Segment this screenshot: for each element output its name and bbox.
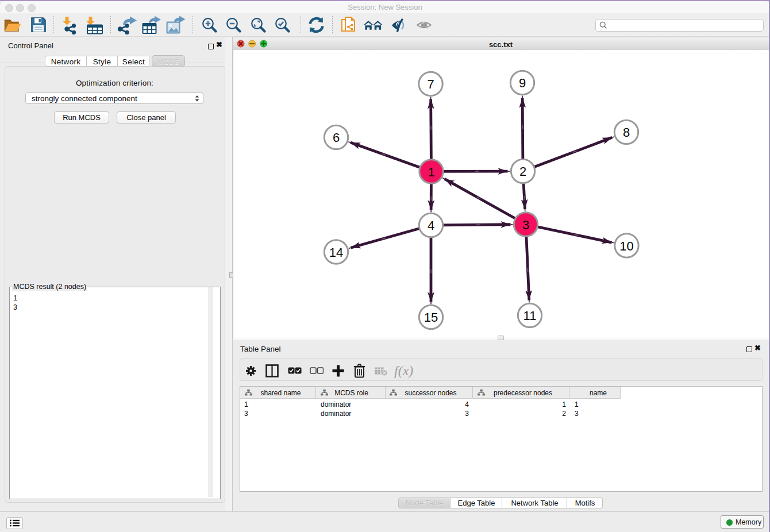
svg-text:1: 1 <box>428 165 434 179</box>
svg-text:3: 3 <box>522 218 529 232</box>
svg-text:7: 7 <box>427 77 434 91</box>
svg-text:2: 2 <box>519 164 526 179</box>
svg-text:9: 9 <box>519 76 526 90</box>
svg-text:6: 6 <box>333 130 340 145</box>
svg-text:11: 11 <box>523 309 537 323</box>
svg-text:10: 10 <box>619 239 633 253</box>
svg-text:14: 14 <box>329 245 343 260</box>
svg-text:15: 15 <box>424 310 438 325</box>
svg-text:8: 8 <box>623 125 630 140</box>
svg-text:4: 4 <box>428 218 434 233</box>
